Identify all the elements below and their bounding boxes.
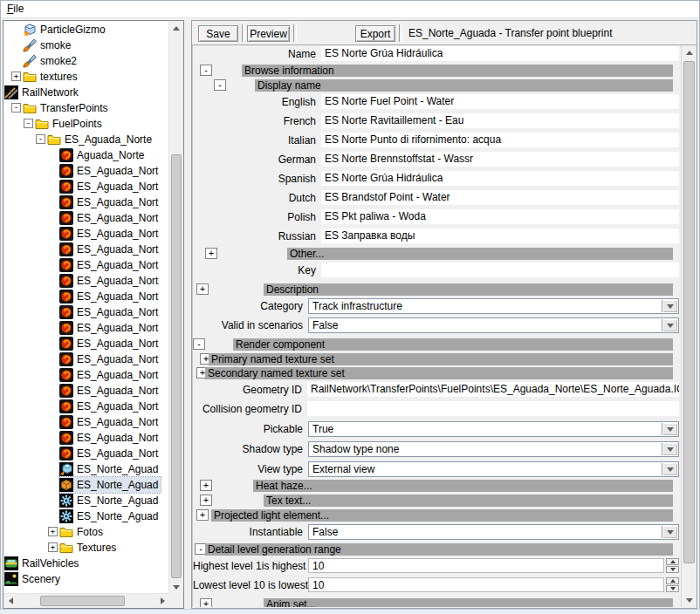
section-toggle-button[interactable]: - — [200, 65, 212, 76]
spin-down-button[interactable] — [666, 566, 679, 573]
tree-item[interactable]: ES_Aguada_Nort — [3, 304, 169, 320]
dropdown-field[interactable]: Track infrastructure — [308, 298, 679, 314]
form-scroll-up-button[interactable] — [682, 45, 697, 59]
tree-item[interactable]: ES_Aguada_Nort — [3, 194, 169, 210]
tree-item[interactable]: ParticleGizmo — [3, 22, 169, 38]
tree-item[interactable]: +textures — [3, 69, 169, 85]
dropdown-arrow-button[interactable] — [662, 300, 677, 312]
tree-item[interactable]: -FuelPoints — [3, 116, 169, 132]
spin-down-button[interactable] — [666, 585, 679, 592]
tree-item[interactable]: ES_Aguada_Nort — [3, 414, 169, 430]
text-field[interactable] — [307, 401, 679, 416]
tree-scroll-down-button[interactable] — [169, 580, 183, 594]
tree-item[interactable]: ES_Aguada_Nort — [3, 289, 169, 304]
dropdown-field[interactable]: False — [308, 524, 679, 540]
tree-item[interactable]: ES_Aguada_Nort — [3, 430, 169, 446]
tree-item[interactable]: Scenery — [3, 571, 169, 587]
text-field[interactable]: ES Brandstof Point - Water — [321, 190, 679, 205]
tree-item[interactable]: ES_Aguada_Nort — [3, 320, 169, 336]
preview-button[interactable]: Preview — [247, 25, 290, 42]
tree-item[interactable]: RailVehicles — [3, 556, 169, 571]
text-field[interactable]: ES Заправка воды — [321, 229, 679, 243]
dropdown-field[interactable]: Shadow type none — [308, 441, 679, 457]
expand-toggle-icon[interactable]: + — [48, 542, 58, 552]
tree-item[interactable]: ES_Aguada_Nort — [3, 242, 169, 257]
form-scroll-down-button[interactable] — [682, 593, 697, 607]
tree-item[interactable]: ES_Norte_Aguad — [3, 477, 169, 493]
text-field[interactable]: ES Norte Fuel Point - Water — [321, 94, 679, 109]
section-toggle-button[interactable]: + — [200, 598, 212, 607]
menu-file[interactable]: File — [1, 1, 30, 15]
section-toggle-button[interactable]: - — [193, 338, 205, 350]
tree-scrollbar-thumb[interactable] — [171, 154, 182, 578]
number-field[interactable]: 10 — [308, 558, 664, 573]
section-toggle-button[interactable]: - — [214, 79, 226, 91]
tree-item[interactable]: ES_Aguada_Nort — [3, 226, 169, 242]
tree-item[interactable]: ES_Norte_Aguad — [3, 493, 169, 508]
section-toggle-button[interactable]: + — [196, 509, 209, 521]
tree-item[interactable]: ES_Aguada_Nort — [3, 367, 169, 383]
tree-item[interactable]: +Fotos — [3, 524, 169, 540]
form-vertical-scrollbar[interactable] — [681, 45, 697, 607]
section-header-label: Primary named texture set — [211, 353, 334, 365]
dropdown-arrow-button[interactable] — [662, 319, 677, 331]
text-field[interactable]: ES Pkt paliwa - Woda — [321, 209, 679, 224]
tree-item[interactable]: ES_Aguada_Nort — [3, 273, 169, 289]
tree-item[interactable]: ES_Aguada_Nort — [3, 399, 169, 414]
tree-scroll-up-button[interactable] — [169, 21, 183, 35]
tree-item[interactable]: smoke — [3, 38, 169, 53]
text-field[interactable]: ES Norte Ravitaillement - Eau — [321, 113, 679, 128]
tree-scroll-right-button[interactable] — [155, 594, 169, 608]
save-button[interactable]: Save — [198, 25, 238, 42]
tree-item[interactable]: ES_Aguada_Nort — [3, 163, 169, 179]
tree-item[interactable]: RailNetwork — [3, 85, 169, 100]
text-field[interactable]: ES Norte Brennstoffstat - Wassr — [321, 152, 679, 167]
tree-item[interactable]: -ES_Aguada_Norte — [3, 132, 169, 147]
text-field[interactable]: ES Norte Grúa Hidráulica — [321, 46, 679, 61]
dropdown-arrow-button[interactable] — [662, 526, 677, 538]
text-field[interactable]: RailNetwork\TransferPoints\FuelPoints\ES… — [307, 382, 679, 397]
section-toggle-button[interactable]: + — [196, 283, 209, 295]
tree-hscrollbar-thumb[interactable] — [40, 596, 125, 606]
dropdown-arrow-button[interactable] — [662, 423, 677, 435]
spin-up-button[interactable] — [666, 577, 679, 584]
dropdown-field[interactable]: True — [308, 421, 679, 437]
tree-scroll-left-button[interactable] — [3, 594, 17, 608]
collapse-toggle-icon[interactable]: - — [24, 119, 33, 128]
tree-horizontal-scrollbar[interactable] — [3, 593, 169, 608]
collapse-toggle-icon[interactable]: - — [11, 103, 21, 113]
tree-item[interactable]: ES_Aguada_Nort — [3, 383, 169, 399]
section-toggle-button[interactable]: + — [200, 495, 212, 506]
dropdown-field[interactable]: External view — [308, 461, 679, 477]
tree-item[interactable]: ES_Aguada_Nort — [3, 351, 169, 367]
dropdown-arrow-button[interactable] — [662, 463, 677, 475]
chevron-down-icon — [667, 324, 674, 328]
tree-item[interactable]: ES_Aguada_Nort — [3, 210, 169, 226]
expand-toggle-icon[interactable]: + — [11, 72, 21, 81]
tree-item[interactable]: -TransferPoints — [3, 100, 169, 116]
export-button[interactable]: Export — [355, 25, 395, 42]
section-toggle-button[interactable]: + — [205, 248, 217, 259]
text-field[interactable] — [321, 263, 679, 277]
tree-item[interactable]: ES_Aguada_Nort — [3, 446, 169, 461]
tree-item[interactable]: ES_Norte_Aguad — [3, 508, 169, 524]
blueprint-icon — [59, 384, 73, 398]
expand-toggle-icon[interactable]: + — [48, 527, 58, 536]
tree-item[interactable]: +Textures — [3, 540, 169, 556]
tree-item[interactable]: ES_Norte_Aguad — [3, 461, 169, 477]
spin-up-button[interactable] — [666, 558, 679, 565]
text-field[interactable]: ES Norte Grúa Hidráulica — [321, 171, 679, 186]
dropdown-field[interactable]: False — [308, 317, 679, 333]
tree-item[interactable]: ES_Aguada_Nort — [3, 179, 169, 194]
text-field[interactable]: ES Norte Punto di rifornimento: acqua — [321, 133, 679, 147]
section-toggle-button[interactable]: + — [200, 480, 212, 491]
tree-item[interactable]: smoke2 — [3, 53, 169, 69]
dropdown-arrow-button[interactable] — [662, 443, 677, 455]
collapse-toggle-icon[interactable]: - — [36, 134, 45, 144]
number-field[interactable]: 10 — [308, 577, 664, 592]
tree-item[interactable]: Aguada_Norte — [3, 147, 169, 163]
form-scrollbar-thumb[interactable] — [683, 61, 695, 563]
tree-item[interactable]: ES_Aguada_Nort — [3, 257, 169, 273]
tree-vertical-scrollbar[interactable] — [168, 21, 183, 594]
tree-item[interactable]: ES_Aguada_Nort — [3, 336, 169, 351]
